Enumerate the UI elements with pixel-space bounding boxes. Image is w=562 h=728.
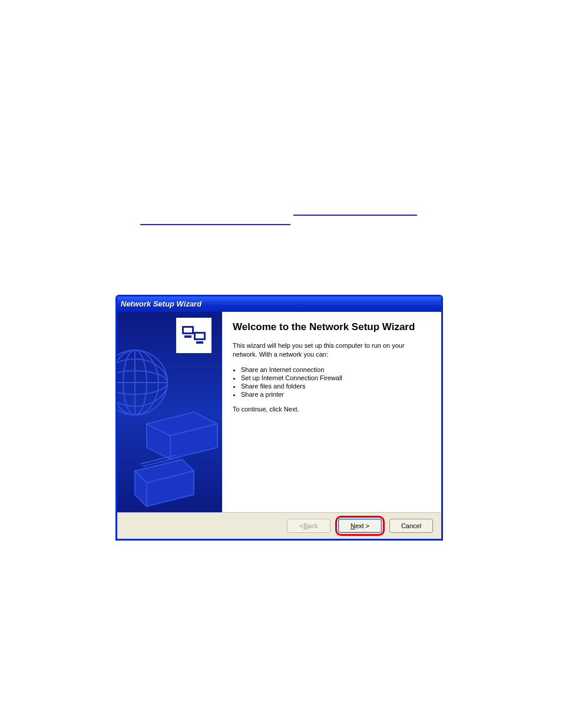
list-item: Share a printer	[241, 391, 431, 398]
wizard-feature-list: Share an Internet connection Set up Inte…	[233, 365, 431, 399]
list-item: Share files and folders	[241, 383, 431, 390]
link-underline-left	[140, 224, 290, 225]
inline-link-placeholders	[140, 206, 411, 230]
wizard-button-row: < Back Next > Cancel	[117, 512, 441, 539]
continue-instruction: To continue, click Next.	[233, 405, 431, 414]
next-suffix: ext >	[355, 523, 369, 529]
cancel-button[interactable]: Cancel	[389, 519, 433, 533]
list-item: Set up Internet Connection Firewall	[241, 374, 431, 381]
next-button-highlight: Next >	[335, 516, 385, 536]
dialog-title: Network Setup Wizard	[121, 299, 201, 308]
wizard-intro-text: This wizard will help you set up this co…	[233, 341, 431, 359]
wizard-sidebar-graphic	[117, 312, 222, 512]
back-suffix: ack	[308, 523, 318, 529]
svg-rect-21	[196, 334, 204, 338]
network-computers-icon	[176, 318, 211, 353]
cancel-label: Cancel	[401, 523, 421, 529]
network-setup-wizard-dialog: Network Setup Wizard	[115, 295, 443, 541]
back-accelerator: B	[303, 523, 308, 529]
link-underline-right	[293, 215, 417, 216]
svg-rect-19	[196, 341, 203, 344]
dialog-titlebar[interactable]: Network Setup Wizard	[117, 297, 441, 312]
dialog-client-area: Welcome to the Network Setup Wizard This…	[117, 312, 441, 539]
next-accelerator: N	[351, 523, 355, 529]
svg-rect-17	[184, 335, 191, 338]
wizard-heading: Welcome to the Network Setup Wizard	[233, 321, 431, 333]
wizard-content: Welcome to the Network Setup Wizard This…	[222, 312, 441, 512]
next-button[interactable]: Next >	[338, 519, 382, 533]
svg-rect-20	[184, 328, 192, 332]
back-button: < Back	[287, 519, 330, 533]
list-item: Share an Internet connection	[241, 366, 431, 373]
